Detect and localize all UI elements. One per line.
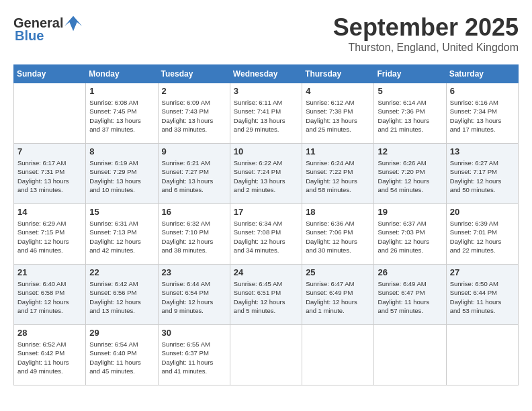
day-number: 28 <box>17 328 82 338</box>
calendar-cell: 18Sunrise: 6:36 AM Sunset: 7:06 PM Dayli… <box>302 204 374 265</box>
cell-info: Sunrise: 6:54 AM Sunset: 6:40 PM Dayligh… <box>89 340 154 375</box>
calendar-cell: 4Sunrise: 6:12 AM Sunset: 7:38 PM Daylig… <box>302 83 374 144</box>
day-number: 24 <box>234 267 298 277</box>
day-number: 23 <box>162 267 226 277</box>
cell-info: Sunrise: 6:37 AM Sunset: 7:03 PM Dayligh… <box>378 219 442 255</box>
logo-blue: Blue <box>15 28 44 44</box>
calendar-cell: 20Sunrise: 6:39 AM Sunset: 7:01 PM Dayli… <box>446 204 518 265</box>
day-number: 5 <box>378 86 442 96</box>
day-number: 8 <box>89 146 154 156</box>
cell-info: Sunrise: 6:31 AM Sunset: 7:13 PM Dayligh… <box>89 219 154 255</box>
day-number: 26 <box>378 267 442 277</box>
cell-info: Sunrise: 6:12 AM Sunset: 7:38 PM Dayligh… <box>306 98 370 134</box>
cell-info: Sunrise: 6:19 AM Sunset: 7:29 PM Dayligh… <box>89 158 154 194</box>
day-number: 12 <box>378 146 442 156</box>
day-number: 9 <box>162 146 226 156</box>
day-number: 3 <box>234 86 298 96</box>
cell-info: Sunrise: 6:22 AM Sunset: 7:24 PM Dayligh… <box>234 158 298 194</box>
cell-info: Sunrise: 6:24 AM Sunset: 7:22 PM Dayligh… <box>306 158 370 194</box>
calendar-header: Sunday Monday Tuesday Wednesday Thursday… <box>14 65 519 83</box>
day-number: 6 <box>450 86 515 96</box>
calendar-cell: 30Sunrise: 6:55 AM Sunset: 6:37 PM Dayli… <box>158 325 230 385</box>
calendar-body: 1Sunrise: 6:08 AM Sunset: 7:45 PM Daylig… <box>14 83 519 385</box>
col-saturday: Saturday <box>446 65 518 83</box>
cell-info: Sunrise: 6:27 AM Sunset: 7:17 PM Dayligh… <box>450 158 515 194</box>
cell-info: Sunrise: 6:26 AM Sunset: 7:20 PM Dayligh… <box>378 158 442 194</box>
calendar-cell: 9Sunrise: 6:21 AM Sunset: 7:27 PM Daylig… <box>158 144 230 204</box>
week-row-2: 7Sunrise: 6:17 AM Sunset: 7:31 PM Daylig… <box>14 144 519 204</box>
cell-info: Sunrise: 6:34 AM Sunset: 7:08 PM Dayligh… <box>234 219 298 255</box>
calendar-cell: 28Sunrise: 6:52 AM Sunset: 6:42 PM Dayli… <box>14 325 86 385</box>
col-thursday: Thursday <box>302 65 374 83</box>
calendar-cell: 19Sunrise: 6:37 AM Sunset: 7:03 PM Dayli… <box>374 204 446 265</box>
title-block: September 2025 Thurston, England, United… <box>333 13 519 54</box>
cell-info: Sunrise: 6:32 AM Sunset: 7:10 PM Dayligh… <box>162 219 226 255</box>
calendar-cell: 10Sunrise: 6:22 AM Sunset: 7:24 PM Dayli… <box>230 144 302 204</box>
calendar-cell: 17Sunrise: 6:34 AM Sunset: 7:08 PM Dayli… <box>230 204 302 265</box>
calendar-cell: 11Sunrise: 6:24 AM Sunset: 7:22 PM Dayli… <box>302 144 374 204</box>
location-title: Thurston, England, United Kingdom <box>333 42 519 54</box>
cell-info: Sunrise: 6:49 AM Sunset: 6:47 PM Dayligh… <box>378 279 442 315</box>
cell-info: Sunrise: 6:50 AM Sunset: 6:44 PM Dayligh… <box>450 279 515 315</box>
calendar-cell <box>14 83 86 144</box>
calendar-cell: 21Sunrise: 6:40 AM Sunset: 6:58 PM Dayli… <box>14 265 86 325</box>
header-row: Sunday Monday Tuesday Wednesday Thursday… <box>14 65 519 83</box>
calendar-cell: 13Sunrise: 6:27 AM Sunset: 7:17 PM Dayli… <box>446 144 518 204</box>
logo: General Blue <box>13 13 83 44</box>
col-monday: Monday <box>86 65 158 83</box>
day-number: 25 <box>306 267 370 277</box>
cell-info: Sunrise: 6:14 AM Sunset: 7:36 PM Dayligh… <box>378 98 442 134</box>
calendar-cell: 12Sunrise: 6:26 AM Sunset: 7:20 PM Dayli… <box>374 144 446 204</box>
day-number: 7 <box>17 146 82 156</box>
cell-info: Sunrise: 6:36 AM Sunset: 7:06 PM Dayligh… <box>306 219 370 255</box>
calendar-cell <box>230 325 302 385</box>
cell-info: Sunrise: 6:44 AM Sunset: 6:54 PM Dayligh… <box>162 279 226 315</box>
cell-info: Sunrise: 6:40 AM Sunset: 6:58 PM Dayligh… <box>17 279 82 315</box>
calendar-cell: 6Sunrise: 6:16 AM Sunset: 7:34 PM Daylig… <box>446 83 518 144</box>
calendar-cell: 1Sunrise: 6:08 AM Sunset: 7:45 PM Daylig… <box>86 83 158 144</box>
day-number: 18 <box>306 207 370 217</box>
day-number: 2 <box>162 86 226 96</box>
day-number: 29 <box>89 328 154 338</box>
week-row-4: 21Sunrise: 6:40 AM Sunset: 6:58 PM Dayli… <box>14 265 519 325</box>
day-number: 27 <box>450 267 515 277</box>
calendar-cell: 14Sunrise: 6:29 AM Sunset: 7:15 PM Dayli… <box>14 204 86 265</box>
week-row-5: 28Sunrise: 6:52 AM Sunset: 6:42 PM Dayli… <box>14 325 519 385</box>
cell-info: Sunrise: 6:52 AM Sunset: 6:42 PM Dayligh… <box>17 340 82 375</box>
day-number: 21 <box>17 267 82 277</box>
cell-info: Sunrise: 6:47 AM Sunset: 6:49 PM Dayligh… <box>306 279 370 315</box>
page-header: General Blue September 2025 Thurston, En… <box>13 13 519 54</box>
day-number: 1 <box>89 86 154 96</box>
calendar-cell: 3Sunrise: 6:11 AM Sunset: 7:41 PM Daylig… <box>230 83 302 144</box>
day-number: 17 <box>234 207 298 217</box>
cell-info: Sunrise: 6:45 AM Sunset: 6:51 PM Dayligh… <box>234 279 298 315</box>
week-row-1: 1Sunrise: 6:08 AM Sunset: 7:45 PM Daylig… <box>14 83 519 144</box>
day-number: 15 <box>89 207 154 217</box>
week-row-3: 14Sunrise: 6:29 AM Sunset: 7:15 PM Dayli… <box>14 204 519 265</box>
calendar-cell: 24Sunrise: 6:45 AM Sunset: 6:51 PM Dayli… <box>230 265 302 325</box>
calendar-cell: 26Sunrise: 6:49 AM Sunset: 6:47 PM Dayli… <box>374 265 446 325</box>
calendar-cell: 25Sunrise: 6:47 AM Sunset: 6:49 PM Dayli… <box>302 265 374 325</box>
cell-info: Sunrise: 6:17 AM Sunset: 7:31 PM Dayligh… <box>17 158 82 194</box>
col-wednesday: Wednesday <box>230 65 302 83</box>
calendar-cell <box>302 325 374 385</box>
calendar-cell: 7Sunrise: 6:17 AM Sunset: 7:31 PM Daylig… <box>14 144 86 204</box>
calendar-cell: 29Sunrise: 6:54 AM Sunset: 6:40 PM Dayli… <box>86 325 158 385</box>
calendar-cell: 27Sunrise: 6:50 AM Sunset: 6:44 PM Dayli… <box>446 265 518 325</box>
calendar-cell: 23Sunrise: 6:44 AM Sunset: 6:54 PM Dayli… <box>158 265 230 325</box>
calendar-cell <box>374 325 446 385</box>
day-number: 13 <box>450 146 515 156</box>
col-sunday: Sunday <box>14 65 86 83</box>
day-number: 11 <box>306 146 370 156</box>
logo-icon <box>64 13 83 32</box>
cell-info: Sunrise: 6:39 AM Sunset: 7:01 PM Dayligh… <box>450 219 515 255</box>
day-number: 16 <box>162 207 226 217</box>
calendar-cell <box>446 325 518 385</box>
cell-info: Sunrise: 6:29 AM Sunset: 7:15 PM Dayligh… <box>17 219 82 255</box>
cell-info: Sunrise: 6:55 AM Sunset: 6:37 PM Dayligh… <box>162 340 226 375</box>
cell-info: Sunrise: 6:11 AM Sunset: 7:41 PM Dayligh… <box>234 98 298 134</box>
calendar-cell: 16Sunrise: 6:32 AM Sunset: 7:10 PM Dayli… <box>158 204 230 265</box>
cell-info: Sunrise: 6:09 AM Sunset: 7:43 PM Dayligh… <box>162 98 226 134</box>
calendar-cell: 22Sunrise: 6:42 AM Sunset: 6:56 PM Dayli… <box>86 265 158 325</box>
calendar-cell: 5Sunrise: 6:14 AM Sunset: 7:36 PM Daylig… <box>374 83 446 144</box>
